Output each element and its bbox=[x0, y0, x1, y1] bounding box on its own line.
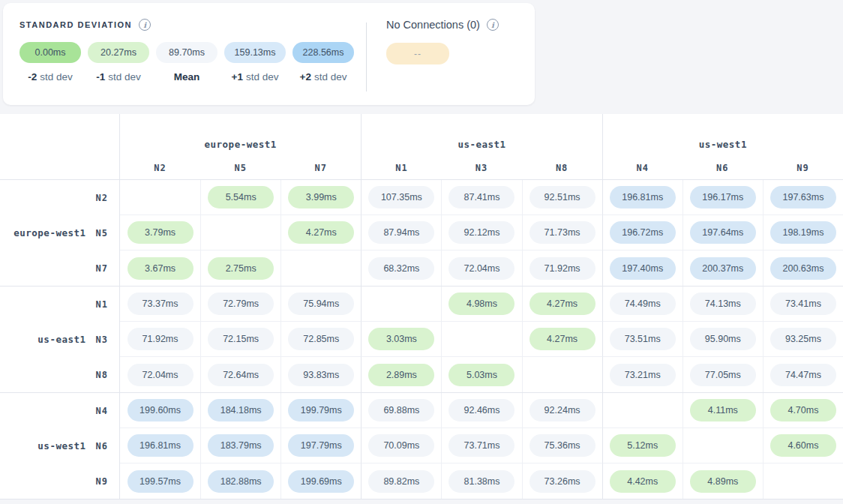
latency-cell: 93.83ms bbox=[280, 357, 361, 392]
latency-pill[interactable]: 93.25ms bbox=[770, 328, 836, 350]
std-dev-chip-label: -1std dev bbox=[88, 71, 149, 82]
latency-pill[interactable]: 71.73ms bbox=[530, 221, 596, 244]
latency-pill[interactable]: 73.37ms bbox=[128, 292, 194, 315]
row-label-cell: europe-west1N5 bbox=[0, 215, 120, 250]
latency-cell: 72.15ms bbox=[200, 322, 280, 357]
latency-pill[interactable]: 196.81ms bbox=[128, 434, 194, 457]
latency-pill[interactable]: 199.57ms bbox=[128, 470, 194, 493]
latency-pill[interactable]: 4.89ms bbox=[690, 470, 756, 493]
latency-cell: 75.36ms bbox=[522, 428, 602, 464]
column-node-header: N9 bbox=[763, 157, 843, 179]
latency-pill[interactable]: 196.81ms bbox=[610, 186, 676, 208]
latency-cell: 74.13ms bbox=[682, 286, 763, 322]
column-node-header: N4 bbox=[602, 157, 682, 179]
latency-pill[interactable]: 5.03ms bbox=[448, 364, 514, 386]
latency-cell: 72.79ms bbox=[200, 286, 280, 322]
row-label-cell: N2 bbox=[0, 180, 120, 215]
legend-card: STANDARD DEVIATION i 0.00ms20.27ms89.70m… bbox=[3, 3, 535, 105]
latency-pill[interactable]: 87.41ms bbox=[448, 186, 514, 208]
latency-pill[interactable]: 73.21ms bbox=[610, 364, 676, 386]
latency-pill[interactable]: 196.72ms bbox=[610, 221, 676, 244]
latency-pill[interactable]: 4.27ms bbox=[530, 328, 596, 350]
latency-pill[interactable]: 92.46ms bbox=[448, 399, 514, 422]
latency-pill[interactable]: 199.60ms bbox=[128, 399, 194, 422]
latency-pill[interactable]: 72.15ms bbox=[208, 328, 274, 350]
latency-pill[interactable]: 74.13ms bbox=[690, 292, 756, 315]
no-connections-title-row: No Connections (0) i bbox=[386, 19, 499, 31]
matrix-row: N173.37ms72.79ms75.94ms4.98ms4.27ms74.49… bbox=[0, 286, 843, 322]
latency-pill[interactable]: 4.42ms bbox=[610, 470, 676, 493]
latency-pill[interactable]: 93.83ms bbox=[288, 364, 354, 386]
latency-pill[interactable]: 92.12ms bbox=[448, 221, 514, 244]
latency-pill[interactable]: 197.79ms bbox=[288, 434, 354, 457]
latency-pill[interactable]: 5.54ms bbox=[208, 186, 274, 208]
latency-pill[interactable]: 75.94ms bbox=[288, 292, 354, 315]
latency-pill[interactable]: 71.92ms bbox=[128, 328, 194, 350]
latency-pill[interactable]: 3.79ms bbox=[128, 221, 194, 244]
latency-cell: 199.69ms bbox=[280, 464, 361, 499]
latency-pill[interactable]: 197.40ms bbox=[610, 257, 676, 280]
latency-pill[interactable]: 69.88ms bbox=[368, 399, 434, 422]
latency-pill[interactable]: 198.19ms bbox=[770, 221, 836, 244]
latency-pill[interactable]: 73.26ms bbox=[530, 470, 596, 493]
latency-pill[interactable]: 89.82ms bbox=[368, 470, 434, 493]
latency-pill[interactable]: 4.11ms bbox=[690, 399, 756, 422]
latency-pill[interactable]: 3.99ms bbox=[288, 186, 354, 208]
latency-cell: 72.04ms bbox=[441, 250, 521, 286]
latency-pill[interactable]: 5.12ms bbox=[610, 434, 676, 457]
latency-pill[interactable]: 72.04ms bbox=[448, 257, 514, 280]
latency-pill[interactable]: 184.18ms bbox=[208, 399, 274, 422]
latency-pill[interactable]: 3.67ms bbox=[128, 257, 194, 280]
latency-pill[interactable]: 74.47ms bbox=[770, 364, 836, 386]
latency-pill[interactable]: 4.98ms bbox=[448, 292, 514, 315]
latency-cell: 73.21ms bbox=[602, 357, 682, 392]
latency-pill[interactable]: 73.71ms bbox=[448, 434, 514, 457]
latency-cell: 75.94ms bbox=[280, 286, 361, 322]
latency-cell: 198.19ms bbox=[763, 215, 843, 250]
matrix-corner-spacer bbox=[0, 114, 120, 179]
column-group-region-header: us-east1 bbox=[361, 114, 602, 157]
latency-pill[interactable]: 3.03ms bbox=[368, 328, 434, 350]
latency-pill[interactable]: 200.63ms bbox=[770, 257, 836, 280]
latency-pill[interactable]: 2.89ms bbox=[368, 364, 434, 386]
latency-pill[interactable]: 107.35ms bbox=[368, 186, 434, 208]
latency-pill[interactable]: 75.36ms bbox=[530, 434, 596, 457]
std-dev-chip-label: Mean bbox=[156, 71, 218, 82]
latency-pill[interactable]: 197.64ms bbox=[690, 221, 756, 244]
latency-pill[interactable]: 81.38ms bbox=[448, 470, 514, 493]
latency-pill[interactable]: 4.27ms bbox=[288, 221, 354, 244]
latency-cell: 2.89ms bbox=[361, 357, 441, 392]
matrix-row: us-west1N6196.81ms183.79ms197.79ms70.09m… bbox=[0, 428, 843, 464]
std-dev-label-text: std dev bbox=[314, 71, 347, 82]
latency-pill[interactable]: 92.51ms bbox=[530, 186, 596, 208]
latency-pill[interactable]: 92.24ms bbox=[530, 399, 596, 422]
latency-pill[interactable]: 2.75ms bbox=[208, 257, 274, 280]
latency-pill[interactable]: 72.04ms bbox=[128, 364, 194, 386]
latency-pill[interactable]: 182.88ms bbox=[208, 470, 274, 493]
latency-pill[interactable]: 71.92ms bbox=[530, 257, 596, 280]
latency-pill[interactable]: 73.41ms bbox=[770, 292, 836, 315]
latency-pill[interactable]: 4.27ms bbox=[530, 292, 596, 315]
latency-cell: 200.37ms bbox=[682, 250, 763, 286]
latency-pill[interactable]: 73.51ms bbox=[610, 328, 676, 350]
info-icon[interactable]: i bbox=[487, 19, 499, 31]
latency-pill[interactable]: 87.94ms bbox=[368, 221, 434, 244]
latency-pill[interactable]: 72.64ms bbox=[208, 364, 274, 386]
latency-pill[interactable]: 72.79ms bbox=[208, 292, 274, 315]
latency-pill[interactable]: 4.60ms bbox=[770, 434, 836, 457]
latency-pill[interactable]: 70.09ms bbox=[368, 434, 434, 457]
latency-pill[interactable]: 183.79ms bbox=[208, 434, 274, 457]
latency-pill[interactable]: 199.69ms bbox=[288, 470, 354, 493]
latency-pill[interactable]: 4.70ms bbox=[770, 399, 836, 422]
std-dev-label-text: std dev bbox=[108, 71, 141, 82]
latency-pill[interactable]: 72.85ms bbox=[288, 328, 354, 350]
latency-pill[interactable]: 200.37ms bbox=[690, 257, 756, 280]
latency-pill[interactable]: 68.32ms bbox=[368, 257, 434, 280]
latency-pill[interactable]: 199.79ms bbox=[288, 399, 354, 422]
latency-pill[interactable]: 77.05ms bbox=[690, 364, 756, 386]
latency-pill[interactable]: 95.90ms bbox=[690, 328, 756, 350]
info-icon[interactable]: i bbox=[139, 19, 151, 31]
latency-pill[interactable]: 74.49ms bbox=[610, 292, 676, 315]
latency-pill[interactable]: 197.63ms bbox=[770, 186, 836, 208]
latency-pill[interactable]: 196.17ms bbox=[690, 186, 756, 208]
